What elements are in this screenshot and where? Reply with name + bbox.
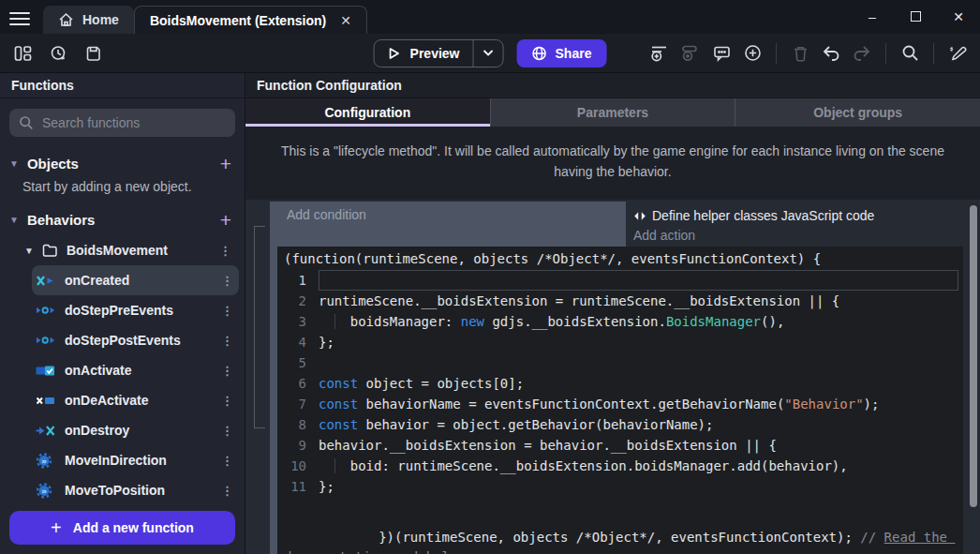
- search-icon[interactable]: [898, 42, 921, 65]
- item-menu-icon[interactable]: ⋮: [221, 304, 233, 318]
- code-line-9: 9behavior.__boidsExtension = behavior.__…: [279, 435, 961, 456]
- events-scrollbar-thumb[interactable]: [970, 205, 977, 507]
- activate-icon: [36, 365, 56, 377]
- search-functions-box[interactable]: [9, 109, 235, 137]
- folder-menu-icon[interactable]: ⋮: [219, 244, 231, 258]
- search-functions-input[interactable]: [42, 115, 226, 130]
- panels-icon[interactable]: [11, 42, 34, 65]
- code-line-4: 4};: [279, 332, 961, 352]
- code-line-3: 3 boidsManager: new gdjs.__boidsExtensio…: [279, 311, 961, 332]
- add-behavior-button[interactable]: +: [220, 210, 231, 230]
- item-menu-icon[interactable]: ⋮: [221, 424, 233, 438]
- preview-dropdown-button[interactable]: [473, 40, 503, 67]
- code-line-7: 7const behaviorName = eventsFunctionCont…: [279, 394, 961, 414]
- hamburger-icon[interactable]: [9, 8, 30, 29]
- window-controls: – ✕: [851, 0, 980, 34]
- sidebar-item-moveindirection[interactable]: » MoveInDirection ⋮: [32, 445, 239, 475]
- step-icon: [36, 335, 56, 346]
- item-menu-icon[interactable]: ⋮: [221, 484, 233, 498]
- js-action-row[interactable]: Define helper classes JavaScript code: [633, 205, 963, 226]
- add-object-button[interactable]: +: [220, 154, 231, 173]
- close-button[interactable]: ✕: [937, 9, 980, 24]
- add-event-icon[interactable]: [648, 42, 671, 65]
- behaviors-section-header[interactable]: ▼ Behaviors +: [0, 203, 245, 235]
- collapse-triangle-icon[interactable]: ▼: [9, 215, 19, 225]
- sidebar-item-ondestroy[interactable]: onDestroy ⋮: [32, 415, 239, 445]
- code-wrapper-header: (function(runtimeScene, objects /*Object…: [279, 248, 961, 270]
- item-menu-icon[interactable]: ⋮: [221, 274, 233, 288]
- objects-section-header[interactable]: ▼ Objects +: [0, 147, 245, 179]
- svg-text:»: »: [41, 455, 47, 465]
- js-code-editor[interactable]: (function(runtimeScene, objects /*Object…: [277, 247, 963, 554]
- line-content: const behavior = object.getBehavior(beha…: [319, 414, 961, 435]
- collapse-triangle-icon[interactable]: ▼: [24, 246, 34, 256]
- titlebar: Home BoidsMovement (Extension) ✕ – ✕: [0, 0, 980, 34]
- sidebar-item-label: doStepPostEvents: [65, 333, 181, 348]
- sidebar-item-label: MoveToPosition: [65, 483, 165, 498]
- item-menu-icon[interactable]: ⋮: [221, 394, 233, 408]
- tab-home-label: Home: [82, 12, 119, 27]
- line-content: const behaviorName = eventsFunctionConte…: [319, 394, 961, 414]
- step-icon: [36, 305, 56, 316]
- share-label: Share: [556, 46, 592, 61]
- events-sheet: Add condition Define helper classes Java…: [245, 200, 980, 554]
- behaviors-section-label: Behaviors: [27, 212, 96, 228]
- behavior-folder-boidsmovement[interactable]: ▼ BoidsMovement ⋮: [0, 235, 245, 265]
- add-circle-icon[interactable]: [741, 42, 764, 65]
- tab-boidsmovement-extension[interactable]: BoidsMovement (Extension) ✕: [134, 6, 367, 34]
- line-number: 7: [279, 394, 319, 414]
- line-number: 9: [279, 435, 319, 456]
- sidebar-item-label: onActivate: [65, 363, 132, 378]
- redo-icon[interactable]: [851, 42, 873, 65]
- preview-button[interactable]: Preview: [374, 39, 504, 67]
- edit-extension-icon[interactable]: [946, 42, 969, 65]
- sidebar-item-dosteppreevents[interactable]: doStepPreEvents ⋮: [32, 295, 239, 325]
- minimize-button[interactable]: –: [851, 9, 894, 24]
- add-function-label: Add a new function: [73, 520, 194, 535]
- configuration-tabs: Configuration Parameters Object groups: [245, 98, 980, 127]
- add-action-button[interactable]: Add action: [633, 226, 963, 245]
- destroy-icon: [36, 425, 56, 437]
- created-icon: [36, 275, 56, 287]
- sidebar-item-oncreated[interactable]: onCreated ⋮: [32, 265, 239, 295]
- item-menu-icon[interactable]: ⋮: [221, 454, 233, 468]
- code-line-11: 11};: [279, 476, 961, 497]
- objects-empty-text: Start by adding a new object.: [0, 179, 245, 203]
- globe-icon: [532, 46, 547, 61]
- code-line-10: 10 boid: runtimeScene.__boidsExtension.b…: [279, 456, 961, 476]
- js-code-event: Add condition Define helper classes Java…: [270, 202, 963, 554]
- line-number: 10: [279, 456, 319, 476]
- add-function-button[interactable]: + Add a new function: [9, 511, 235, 545]
- toolbar-divider: [933, 43, 934, 64]
- function-configuration-panel: Function Configuration Configuration Par…: [245, 73, 980, 554]
- tab-home[interactable]: Home: [43, 6, 134, 34]
- code-footer-comment: //: [860, 530, 883, 545]
- item-menu-icon[interactable]: ⋮: [221, 334, 233, 348]
- history-icon[interactable]: [47, 42, 69, 65]
- save-icon[interactable]: [82, 42, 105, 65]
- sidebar-item-label: MoveInDirection: [65, 453, 167, 468]
- line-number: 11: [279, 476, 319, 497]
- line-content: };: [319, 476, 961, 497]
- add-subevent-icon[interactable]: [679, 42, 702, 65]
- tab-parameters[interactable]: Parameters: [490, 98, 735, 127]
- sidebar-item-onactivate[interactable]: onActivate ⋮: [32, 355, 239, 385]
- add-comment-icon[interactable]: [710, 42, 733, 65]
- close-tab-icon[interactable]: ✕: [340, 13, 351, 28]
- folder-icon: [42, 244, 58, 257]
- maximize-button[interactable]: [894, 9, 937, 24]
- toolbar-divider: [776, 43, 777, 64]
- line-number: 8: [279, 414, 319, 435]
- sidebar-item-movetoposition[interactable]: » MoveToPosition ⋮: [32, 475, 239, 505]
- share-button[interactable]: Share: [517, 39, 607, 67]
- sidebar-item-ondeactivate[interactable]: onDeActivate ⋮: [32, 385, 239, 415]
- sidebar-item-dosteppostevents[interactable]: doStepPostEvents ⋮: [32, 325, 239, 355]
- tab-object-groups[interactable]: Object groups: [735, 98, 980, 127]
- delete-icon[interactable]: [789, 42, 811, 65]
- item-menu-icon[interactable]: ⋮: [221, 364, 233, 378]
- undo-icon[interactable]: [820, 42, 842, 65]
- tab-configuration[interactable]: Configuration: [245, 98, 490, 127]
- code-footer-text: })(runtimeScene, objects /*Object*/, eve…: [379, 530, 860, 545]
- collapse-triangle-icon[interactable]: ▼: [9, 158, 19, 169]
- add-condition-button[interactable]: Add condition: [277, 202, 626, 247]
